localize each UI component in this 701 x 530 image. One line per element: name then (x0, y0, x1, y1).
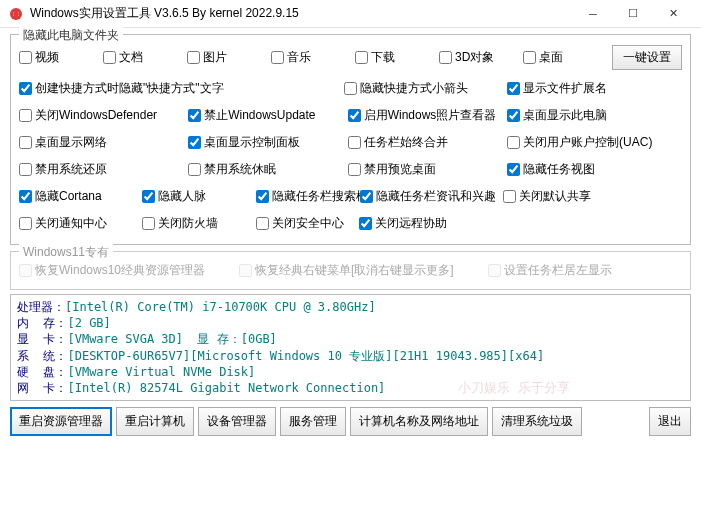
exit-button[interactable]: 退出 (649, 407, 691, 436)
checkbox-input[interactable] (19, 109, 32, 122)
services-button[interactable]: 服务管理 (280, 407, 346, 436)
checkbox-label: 桌面显示此电脑 (523, 107, 607, 124)
clean-junk-button[interactable]: 清理系统垃圾 (492, 407, 582, 436)
checkbox-label: 禁用系统休眠 (204, 161, 276, 178)
option-checkbox[interactable]: 显示文件扩展名 (507, 80, 682, 97)
win11-title: Windows11专有 (19, 244, 113, 261)
device-manager-button[interactable]: 设备管理器 (198, 407, 276, 436)
checkbox-input[interactable] (344, 82, 357, 95)
checkbox-input[interactable] (142, 190, 155, 203)
hide-folder-checkbox[interactable]: 桌面 (523, 49, 603, 66)
mem-value: [2 GB] (67, 316, 110, 330)
checkbox-input[interactable] (507, 109, 520, 122)
hide-folder-checkbox[interactable]: 图片 (187, 49, 267, 66)
option-checkbox[interactable]: 关闭WindowsDefender (19, 107, 184, 124)
restart-pc-button[interactable]: 重启计算机 (116, 407, 194, 436)
checkbox-input[interactable] (359, 217, 372, 230)
option-checkbox[interactable]: 隐藏人脉 (142, 188, 251, 205)
checkbox-input[interactable] (507, 82, 520, 95)
checkbox-label: 音乐 (287, 49, 311, 66)
option-checkbox[interactable]: 桌面显示网络 (19, 134, 184, 151)
checkbox-label: 禁用系统还原 (35, 161, 107, 178)
checkbox-input[interactable] (103, 51, 116, 64)
hide-folder-checkbox[interactable]: 文档 (103, 49, 183, 66)
checkbox-label: 桌面 (539, 49, 563, 66)
checkbox-input[interactable] (19, 136, 32, 149)
checkbox-label: 桌面显示控制面板 (204, 134, 300, 151)
net-label: 网 卡： (17, 381, 67, 395)
option-checkbox[interactable]: 创建快捷方式时隐藏"快捷方式"文字 (19, 80, 340, 97)
checkbox-input[interactable] (523, 51, 536, 64)
checkbox-input[interactable] (503, 190, 516, 203)
computer-name-button[interactable]: 计算机名称及网络地址 (350, 407, 488, 436)
checkbox-input[interactable] (19, 163, 32, 176)
restart-explorer-button[interactable]: 重启资源管理器 (10, 407, 112, 436)
checkbox-label: 设置任务栏居左显示 (504, 262, 612, 279)
checkbox-label: 隐藏Cortana (35, 188, 102, 205)
checkbox-input[interactable] (360, 190, 373, 203)
maximize-button[interactable]: ☐ (613, 2, 653, 26)
checkbox-input[interactable] (19, 82, 32, 95)
checkbox-input[interactable] (355, 51, 368, 64)
checkbox-input[interactable] (507, 163, 520, 176)
checkbox-label: 图片 (203, 49, 227, 66)
option-checkbox[interactable]: 关闭通知中心 (19, 215, 138, 232)
checkbox-input[interactable] (256, 190, 269, 203)
checkbox-input[interactable] (348, 136, 361, 149)
checkbox-input[interactable] (19, 217, 32, 230)
option-checkbox[interactable]: 关闭默认共享 (503, 188, 682, 205)
checkbox-input[interactable] (256, 217, 269, 230)
option-checkbox[interactable]: 任务栏始终合并 (348, 134, 503, 151)
option-checkbox[interactable]: 禁用系统休眠 (188, 161, 343, 178)
checkbox-input[interactable] (271, 51, 284, 64)
disk-label: 硬 盘： (17, 365, 67, 379)
checkbox-input[interactable] (142, 217, 155, 230)
checkbox-label: 视频 (35, 49, 59, 66)
option-checkbox[interactable]: 启用Windows照片查看器 (348, 107, 503, 124)
checkbox-label: 3D对象 (455, 49, 494, 66)
option-checkbox[interactable]: 禁止WindowsUpdate (188, 107, 343, 124)
checkbox-input[interactable] (348, 163, 361, 176)
option-checkbox[interactable]: 关闭用户账户控制(UAC) (507, 134, 682, 151)
option-checkbox[interactable]: 禁用系统还原 (19, 161, 184, 178)
hide-folder-checkbox[interactable]: 3D对象 (439, 49, 519, 66)
option-checkbox[interactable]: 隐藏任务栏搜索框 (256, 188, 356, 205)
checkbox-label: 关闭安全中心 (272, 215, 344, 232)
option-checkbox[interactable]: 隐藏任务栏资讯和兴趣 (360, 188, 499, 205)
gpu-value: [VMware SVGA 3D] 显 存：[0GB] (67, 332, 276, 346)
checkbox-input[interactable] (507, 136, 520, 149)
checkbox-label: 关闭用户账户控制(UAC) (523, 134, 652, 151)
option-checkbox[interactable]: 关闭安全中心 (256, 215, 356, 232)
checkbox-input[interactable] (188, 109, 201, 122)
checkbox-input[interactable] (19, 190, 32, 203)
checkbox-label: 关闭默认共享 (519, 188, 591, 205)
checkbox-label: 关闭防火墙 (158, 215, 218, 232)
option-checkbox[interactable]: 关闭防火墙 (142, 215, 252, 232)
batch-set-button[interactable]: 一键设置 (612, 45, 682, 70)
checkbox-input (488, 264, 501, 277)
sys-label: 系 统： (17, 349, 67, 363)
checkbox-input[interactable] (188, 163, 201, 176)
hide-folder-checkbox[interactable]: 视频 (19, 49, 99, 66)
app-icon (8, 6, 24, 22)
hide-folder-checkbox[interactable]: 下载 (355, 49, 435, 66)
checkbox-input[interactable] (348, 109, 361, 122)
option-checkbox[interactable]: 禁用预览桌面 (348, 161, 503, 178)
checkbox-input[interactable] (187, 51, 200, 64)
option-checkbox[interactable]: 关闭远程协助 (359, 215, 498, 232)
option-checkbox[interactable]: 隐藏任务视图 (507, 161, 682, 178)
hide-folder-title: 隐藏此电脑文件夹 (19, 27, 123, 44)
win11-checkbox: 恢复Windows10经典资源管理器 (19, 262, 205, 279)
checkbox-input[interactable] (188, 136, 201, 149)
close-button[interactable]: ✕ (653, 2, 693, 26)
option-checkbox[interactable]: 隐藏Cortana (19, 188, 138, 205)
checkbox-input[interactable] (19, 51, 32, 64)
minimize-button[interactable]: ─ (573, 2, 613, 26)
option-checkbox[interactable]: 桌面显示此电脑 (507, 107, 682, 124)
sysinfo-panel: 处理器：[Intel(R) Core(TM) i7-10700K CPU @ 3… (10, 294, 691, 401)
hide-folder-checkbox[interactable]: 音乐 (271, 49, 351, 66)
checkbox-input[interactable] (439, 51, 452, 64)
cpu-label: 处理器： (17, 300, 65, 314)
checkbox-label: 文档 (119, 49, 143, 66)
option-checkbox[interactable]: 桌面显示控制面板 (188, 134, 343, 151)
